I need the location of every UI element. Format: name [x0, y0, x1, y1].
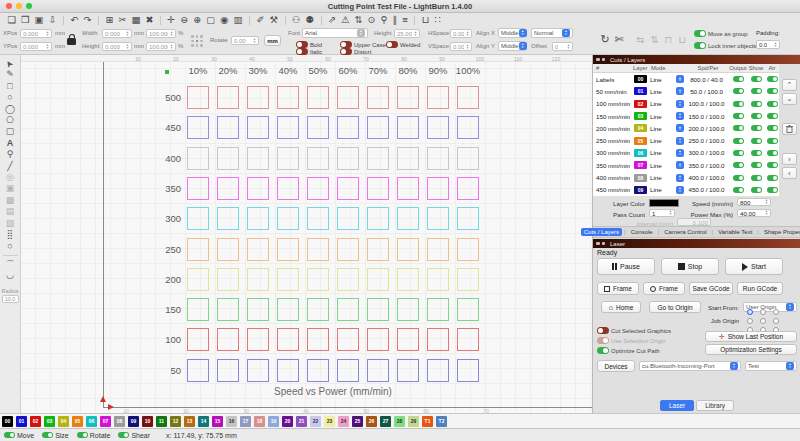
layer-color-chip[interactable]: 08 — [634, 174, 647, 182]
align-v-icon[interactable]: ∥ — [392, 13, 397, 27]
distribute-h-icon[interactable]: ⊓ — [665, 33, 672, 47]
open-file-icon[interactable]: ❒ — [21, 13, 30, 27]
delete-layer-button[interactable] — [782, 123, 797, 135]
air-toggle[interactable] — [767, 150, 778, 156]
stepper-icon[interactable] — [124, 31, 129, 37]
layer-color-chip[interactable]: 04 — [634, 124, 647, 132]
radius-field[interactable]: 10.0 — [2, 295, 19, 303]
welded-toggle[interactable]: Welded — [386, 41, 420, 48]
palette-chip-08[interactable]: 08 — [114, 416, 125, 427]
cut-device-icon[interactable]: ✄ — [615, 32, 624, 46]
tab-variable-text[interactable]: Variable Text — [715, 228, 755, 236]
stepper-icon[interactable] — [412, 31, 417, 37]
cut-selected-graphics-toggle[interactable]: Cut Selected Graphics — [597, 327, 671, 334]
tab-laser[interactable]: Laser — [660, 400, 694, 411]
text-tool-icon[interactable]: A — [7, 138, 14, 149]
palette-chip-10[interactable]: 10 — [142, 416, 153, 427]
show-toggle[interactable] — [751, 138, 762, 144]
copy-icon[interactable]: ⊞ — [105, 13, 113, 27]
layer-mode-select[interactable]: Line — [648, 75, 684, 83]
show-toggle[interactable] — [751, 113, 762, 119]
device-port-select[interactable]: cu.Bluetooth-Incoming-Port — [639, 361, 741, 371]
tab-library[interactable]: Library — [696, 400, 734, 411]
height-field[interactable]: 0.000 — [102, 42, 132, 51]
weld-tool-icon[interactable]: ▣ — [6, 183, 15, 194]
workspace-canvas[interactable]: Speed vs Power (mm/min) 1020304050607080… — [21, 55, 592, 413]
layer-mode-select[interactable]: Line — [648, 112, 684, 120]
laser-window-header[interactable]: Laser — [593, 239, 800, 248]
layer-color-swatch[interactable] — [649, 199, 679, 207]
transform-toggle-rotate[interactable]: Rotate — [77, 432, 111, 439]
pin-tool-icon[interactable]: ⚲ — [7, 149, 14, 160]
air-toggle[interactable] — [767, 113, 778, 119]
difference-tool-icon[interactable]: ▧ — [6, 218, 15, 229]
measure-tool-icon[interactable]: ╱ — [7, 161, 12, 172]
layer-row[interactable]: 300 mm/min06Line300.0 / 100.0 — [593, 147, 779, 159]
stepper-icon[interactable] — [763, 210, 768, 216]
lock-aspect-icon[interactable] — [67, 38, 76, 45]
show-toggle[interactable] — [751, 76, 762, 82]
palette-chip-25[interactable]: 25 — [352, 416, 363, 427]
dock-icon[interactable]: ⊔ — [422, 13, 429, 27]
align-h-icon[interactable]: ≡ — [402, 13, 408, 27]
show-toggle[interactable] — [751, 150, 762, 156]
use-selection-origin-toggle[interactable]: Use Selection Origin — [597, 337, 666, 344]
stop-button[interactable]: Stop — [661, 258, 719, 275]
output-toggle[interactable] — [733, 187, 744, 193]
distribute-v-icon[interactable]: ⊔ — [679, 33, 686, 47]
tab-console[interactable]: Console — [628, 228, 656, 236]
go-to-origin-button[interactable]: Go to Origin — [649, 301, 701, 313]
stepper-icon[interactable] — [251, 38, 256, 44]
panel-expand-button[interactable]: › — [782, 153, 797, 165]
layer-row[interactable]: 100 mm/min02Line100.0 / 100.0 — [593, 98, 779, 110]
stepper-icon[interactable] — [772, 42, 777, 48]
job-origin-radio[interactable] — [760, 318, 766, 324]
stepper-icon[interactable] — [464, 31, 469, 37]
layer-row[interactable]: 50 mm/min01Line50.0 / 100.0 — [593, 85, 779, 97]
width-field[interactable]: 0.000 — [102, 29, 132, 38]
stepper-icon[interactable] — [44, 31, 49, 37]
air-toggle[interactable] — [767, 88, 778, 94]
move-layer-up-button[interactable]: ⌃ — [782, 79, 797, 91]
flip-h-icon[interactable]: ⇆ — [637, 33, 645, 47]
panel-dock-icon[interactable] — [602, 58, 606, 62]
monitor-icon[interactable]: ▥ — [234, 13, 243, 27]
layer-mode-select[interactable]: Line — [648, 87, 684, 95]
transform-toggle-shear[interactable]: Shear — [118, 432, 150, 439]
transform-toggle-move[interactable]: Move — [4, 432, 34, 439]
air-toggle[interactable] — [767, 162, 778, 168]
output-toggle[interactable] — [733, 162, 744, 168]
layer-row[interactable]: 200 mm/min04Line200.0 / 100.0 — [593, 122, 779, 134]
output-toggle[interactable] — [733, 175, 744, 181]
job-origin-radio[interactable] — [773, 318, 779, 324]
output-toggle[interactable] — [733, 88, 744, 94]
hspace-field[interactable]: 0.00 — [450, 29, 472, 38]
show-last-position-button[interactable]: ✛Show Last Position — [705, 331, 797, 342]
air-toggle[interactable] — [767, 187, 778, 193]
palette-chip-17[interactable]: 17 — [240, 416, 251, 427]
layer-mode-select[interactable]: Line — [648, 100, 684, 108]
palette-chip-28[interactable]: 28 — [394, 416, 405, 427]
import-icon[interactable]: ⇩ — [49, 13, 57, 27]
run-gcode-button[interactable]: Run GCode — [737, 282, 783, 295]
output-toggle[interactable] — [733, 101, 744, 107]
frame-selection-icon[interactable]: ▢ — [206, 13, 215, 27]
bold-toggle[interactable]: Bold — [296, 41, 322, 48]
offset-field[interactable]: 0 — [552, 42, 573, 51]
layer-mode-select[interactable]: Line — [648, 186, 684, 194]
layer-mode-select[interactable]: Line — [648, 124, 684, 132]
layer-color-chip[interactable]: 00 — [634, 75, 647, 83]
palette-chip-02[interactable]: 02 — [30, 416, 41, 427]
palette-chip-29[interactable]: 29 — [408, 416, 419, 427]
palette-chip-14[interactable]: 14 — [198, 416, 209, 427]
zoom-out-icon[interactable]: ⊖ — [180, 13, 188, 27]
palette-chip-21[interactable]: 21 — [296, 416, 307, 427]
align-y-select[interactable]: Middle — [498, 41, 526, 51]
layer-color-chip[interactable]: 09 — [634, 186, 647, 194]
new-file-icon[interactable]: ❏ — [8, 13, 17, 27]
layer-color-chip[interactable]: 05 — [634, 137, 647, 145]
optimize-cut-path-toggle[interactable]: Optimize Cut Path — [597, 347, 660, 354]
move-as-group-toggle[interactable]: Move as group — [694, 30, 748, 37]
palette-chip-18[interactable]: 18 — [254, 416, 265, 427]
air-toggle[interactable] — [767, 138, 778, 144]
